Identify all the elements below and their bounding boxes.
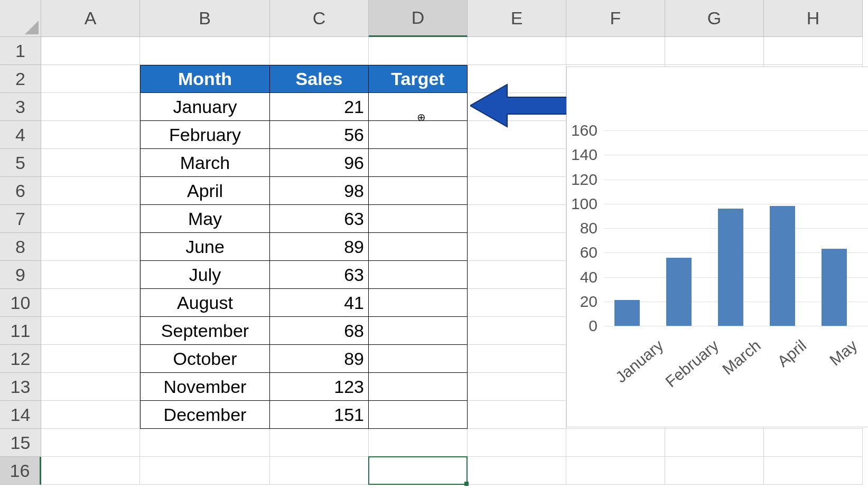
column-header-H[interactable]: H xyxy=(764,0,863,37)
cell-D4[interactable] xyxy=(369,121,468,149)
cell-E4[interactable] xyxy=(468,121,566,149)
cell-A1[interactable] xyxy=(41,37,140,65)
cell-A2[interactable] xyxy=(41,65,140,93)
cell-C6[interactable]: 98 xyxy=(270,177,369,205)
cell-E6[interactable] xyxy=(468,177,566,205)
cell-A8[interactable] xyxy=(41,233,140,261)
cell-B15[interactable] xyxy=(140,429,270,457)
cell-B12[interactable]: October xyxy=(140,345,270,373)
cell-E5[interactable] xyxy=(468,149,566,177)
cell-D13[interactable] xyxy=(369,373,468,401)
cell-C14[interactable]: 151 xyxy=(270,401,369,429)
cell-D2[interactable]: Target xyxy=(369,65,468,93)
cell-F15[interactable] xyxy=(566,429,665,457)
cell-D7[interactable] xyxy=(369,205,468,233)
cell-D12[interactable] xyxy=(369,345,468,373)
cell-B2[interactable]: Month xyxy=(140,65,270,93)
cell-C7[interactable]: 63 xyxy=(270,205,369,233)
row-header-6[interactable]: 6 xyxy=(0,177,41,205)
cell-C4[interactable]: 56 xyxy=(270,121,369,149)
cell-D8[interactable] xyxy=(369,233,468,261)
cell-C9[interactable]: 63 xyxy=(270,261,369,289)
cell-E10[interactable] xyxy=(468,289,566,317)
cell-C2[interactable]: Sales xyxy=(270,65,369,93)
cell-A7[interactable] xyxy=(41,205,140,233)
cell-A14[interactable] xyxy=(41,401,140,429)
chart-bar[interactable] xyxy=(718,209,743,326)
cell-G15[interactable] xyxy=(665,429,764,457)
cell-C10[interactable]: 41 xyxy=(270,289,369,317)
cell-C5[interactable]: 96 xyxy=(270,149,369,177)
row-header-15[interactable]: 15 xyxy=(0,429,41,457)
cell-C8[interactable]: 89 xyxy=(270,233,369,261)
row-header-4[interactable]: 4 xyxy=(0,121,41,149)
cell-B5[interactable]: March xyxy=(140,149,270,177)
cell-E7[interactable] xyxy=(468,205,566,233)
cell-D16[interactable] xyxy=(369,457,468,485)
select-all-corner[interactable] xyxy=(0,0,41,37)
chart-bar[interactable] xyxy=(666,258,692,326)
cell-C1[interactable] xyxy=(270,37,369,65)
cell-C16[interactable] xyxy=(270,457,369,485)
cell-G16[interactable] xyxy=(665,457,764,485)
column-header-G[interactable]: G xyxy=(665,0,764,37)
cell-E1[interactable] xyxy=(468,37,566,65)
row-header-7[interactable]: 7 xyxy=(0,205,41,233)
cell-D9[interactable] xyxy=(369,261,468,289)
cell-E11[interactable] xyxy=(468,317,566,345)
cell-D1[interactable] xyxy=(369,37,468,65)
cell-H1[interactable] xyxy=(764,37,863,65)
cell-E3[interactable] xyxy=(468,93,566,121)
cell-D3[interactable] xyxy=(369,93,468,121)
row-header-11[interactable]: 11 xyxy=(0,317,41,345)
cell-B13[interactable]: November xyxy=(140,373,270,401)
cell-B6[interactable]: April xyxy=(140,177,270,205)
column-header-F[interactable]: F xyxy=(566,0,665,37)
cell-D15[interactable] xyxy=(369,429,468,457)
cell-C3[interactable]: 21 xyxy=(270,93,369,121)
column-header-E[interactable]: E xyxy=(468,0,566,37)
cell-D14[interactable] xyxy=(369,401,468,429)
row-header-10[interactable]: 10 xyxy=(0,289,41,317)
cell-B3[interactable]: January xyxy=(140,93,270,121)
cell-C13[interactable]: 123 xyxy=(270,373,369,401)
cell-A3[interactable] xyxy=(41,93,140,121)
row-header-2[interactable]: 2 xyxy=(0,65,41,93)
cell-E13[interactable] xyxy=(468,373,566,401)
cell-B11[interactable]: September xyxy=(140,317,270,345)
cell-A16[interactable] xyxy=(41,457,140,485)
row-header-9[interactable]: 9 xyxy=(0,261,41,289)
cell-A6[interactable] xyxy=(41,177,140,205)
cell-F1[interactable] xyxy=(566,37,665,65)
chart-bar[interactable] xyxy=(822,249,847,326)
cell-A12[interactable] xyxy=(41,345,140,373)
cell-D10[interactable] xyxy=(369,289,468,317)
cell-A11[interactable] xyxy=(41,317,140,345)
cell-E16[interactable] xyxy=(468,457,566,485)
cell-B4[interactable]: February xyxy=(140,121,270,149)
column-header-D[interactable]: D xyxy=(369,0,468,37)
row-header-13[interactable]: 13 xyxy=(0,373,41,401)
cell-C11[interactable]: 68 xyxy=(270,317,369,345)
cell-E14[interactable] xyxy=(468,401,566,429)
row-header-12[interactable]: 12 xyxy=(0,345,41,373)
cell-B8[interactable]: June xyxy=(140,233,270,261)
cell-H15[interactable] xyxy=(764,429,863,457)
chart-bar[interactable] xyxy=(614,300,640,326)
row-header-3[interactable]: 3 xyxy=(0,93,41,121)
row-header-16[interactable]: 16 xyxy=(0,457,41,485)
cell-G1[interactable] xyxy=(665,37,764,65)
cell-A13[interactable] xyxy=(41,373,140,401)
cell-B9[interactable]: July xyxy=(140,261,270,289)
cell-A10[interactable] xyxy=(41,289,140,317)
cell-D5[interactable] xyxy=(369,149,468,177)
row-header-8[interactable]: 8 xyxy=(0,233,41,261)
cell-D6[interactable] xyxy=(369,177,468,205)
cell-E9[interactable] xyxy=(468,261,566,289)
cell-E15[interactable] xyxy=(468,429,566,457)
row-header-5[interactable]: 5 xyxy=(0,149,41,177)
column-header-A[interactable]: A xyxy=(41,0,140,37)
cell-A15[interactable] xyxy=(41,429,140,457)
cell-A5[interactable] xyxy=(41,149,140,177)
row-header-1[interactable]: 1 xyxy=(0,37,41,65)
